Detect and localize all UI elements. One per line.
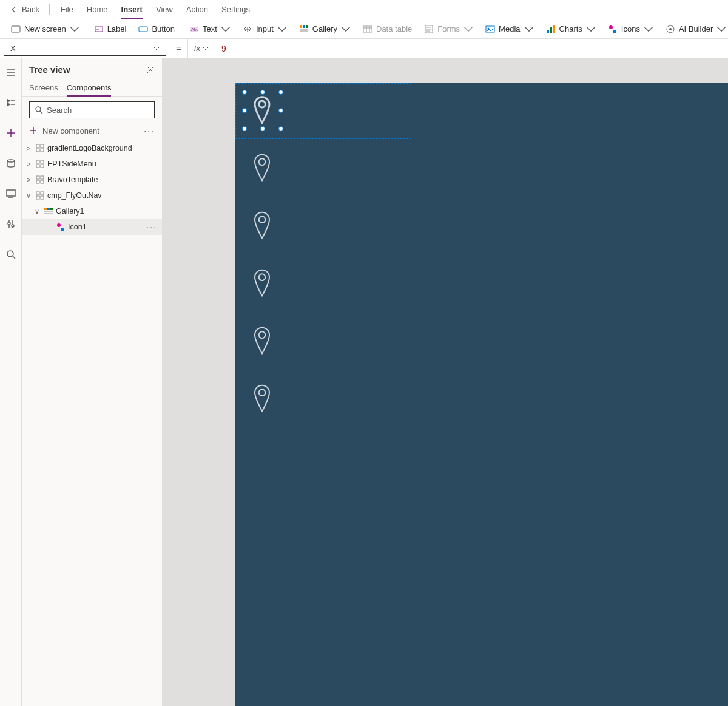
ribbon-new-screen[interactable]: New screen xyxy=(5,19,86,38)
left-rail xyxy=(0,58,22,706)
component-icon xyxy=(35,175,45,185)
menu-action[interactable]: Action xyxy=(180,0,214,19)
svg-rect-43 xyxy=(44,208,47,210)
resize-handle[interactable] xyxy=(278,108,283,113)
ribbon-text[interactable]: Abc Text xyxy=(183,19,237,38)
label-icon xyxy=(94,24,104,34)
location-pin-icon[interactable] xyxy=(252,95,272,124)
ribbon-ai-builder[interactable]: AI Builder xyxy=(659,19,728,38)
svg-rect-8 xyxy=(300,29,308,30)
svg-rect-14 xyxy=(547,30,549,33)
svg-rect-18 xyxy=(613,30,616,33)
close-icon[interactable] xyxy=(146,66,155,74)
media-icon xyxy=(485,24,495,34)
component-icon xyxy=(35,143,45,153)
rail-tree-view[interactable] xyxy=(0,92,22,113)
svg-rect-49 xyxy=(61,228,64,231)
resize-handle[interactable] xyxy=(242,126,247,131)
svg-rect-29 xyxy=(36,149,39,152)
ribbon-forms[interactable]: Forms xyxy=(418,19,479,38)
ribbon-toolbar: New screen Label Button Abc Text Input G… xyxy=(0,19,728,39)
menu-home[interactable]: Home xyxy=(81,0,114,19)
rail-hamburger[interactable] xyxy=(0,62,22,83)
rail-search[interactable] xyxy=(0,244,22,265)
tree-item-gradientLogoBackground[interactable]: > gradientLogoBackground xyxy=(22,140,162,156)
svg-rect-40 xyxy=(41,192,44,195)
property-selector[interactable]: X xyxy=(4,41,166,56)
main-area: Tree view Screens Components Search New … xyxy=(0,58,728,706)
svg-rect-38 xyxy=(41,180,44,183)
location-pin-icon[interactable] xyxy=(252,211,272,240)
tab-components[interactable]: Components xyxy=(67,80,112,96)
svg-rect-7 xyxy=(306,25,308,28)
tree-item-more-button[interactable]: ··· xyxy=(146,222,157,232)
resize-handle[interactable] xyxy=(260,90,265,95)
chevron-down-icon xyxy=(70,24,79,34)
tree-item-BravoTemplate[interactable]: > BravoTemplate xyxy=(22,172,162,188)
formula-input[interactable]: 9 xyxy=(215,39,728,58)
menu-insert[interactable]: Insert xyxy=(115,0,149,19)
chevron-down-icon xyxy=(524,24,534,34)
expand-icon[interactable]: > xyxy=(24,160,33,168)
new-component-button[interactable]: New component xyxy=(29,126,99,135)
location-pin-icon[interactable] xyxy=(252,326,272,355)
more-menu-button[interactable]: ··· xyxy=(144,126,155,135)
resize-handle[interactable] xyxy=(260,126,265,131)
menu-view[interactable]: View xyxy=(150,0,179,19)
button-icon xyxy=(138,24,148,34)
component-icon xyxy=(35,159,45,169)
canvas-area[interactable] xyxy=(163,58,728,706)
chevron-down-icon xyxy=(153,46,160,52)
svg-point-24 xyxy=(12,225,14,227)
tab-screens[interactable]: Screens xyxy=(29,80,58,96)
resize-handle[interactable] xyxy=(278,126,283,131)
rail-data[interactable] xyxy=(0,153,22,174)
svg-rect-6 xyxy=(303,25,305,28)
menu-divider xyxy=(49,4,50,15)
canvas-component-surface[interactable] xyxy=(235,83,728,706)
ribbon-icons[interactable]: Icons xyxy=(602,19,659,38)
location-pin-icon[interactable] xyxy=(252,384,272,413)
gallery-icon xyxy=(44,206,53,216)
svg-rect-32 xyxy=(41,160,44,163)
rail-media[interactable] xyxy=(0,183,22,204)
collapse-icon[interactable]: ∨ xyxy=(33,208,41,216)
rail-advanced[interactable] xyxy=(0,214,22,234)
svg-rect-5 xyxy=(300,25,302,28)
tree-item-Icon1[interactable]: Icon1 ··· xyxy=(22,219,162,235)
rail-insert[interactable] xyxy=(0,123,22,143)
fx-button[interactable]: fx xyxy=(187,39,215,58)
menu-settings[interactable]: Settings xyxy=(215,0,256,19)
resize-handle[interactable] xyxy=(242,108,247,113)
svg-rect-36 xyxy=(41,176,44,179)
svg-rect-33 xyxy=(36,165,39,168)
back-button[interactable]: Back xyxy=(5,0,44,19)
svg-rect-42 xyxy=(41,196,44,199)
ribbon-button[interactable]: Button xyxy=(132,19,181,38)
expand-icon[interactable]: > xyxy=(24,144,33,152)
location-pin-icon[interactable] xyxy=(252,153,272,182)
collapse-icon[interactable]: ∨ xyxy=(24,192,33,200)
resize-handle[interactable] xyxy=(242,90,247,95)
ribbon-data-table[interactable]: Data table xyxy=(357,19,418,38)
ribbon-input[interactable]: Input xyxy=(237,19,293,38)
tree-search-input[interactable]: Search xyxy=(29,101,155,118)
location-pin-icon[interactable] xyxy=(252,268,272,297)
tree-item-EPTSideMenu[interactable]: > EPTSideMenu xyxy=(22,156,162,172)
tree-item-Gallery1[interactable]: ∨ Gallery1 xyxy=(22,203,162,219)
ribbon-label[interactable]: Label xyxy=(88,19,133,38)
svg-point-50 xyxy=(259,101,266,107)
resize-handle[interactable] xyxy=(278,90,283,95)
svg-rect-0 xyxy=(12,26,20,32)
new-screen-icon xyxy=(11,24,21,34)
ribbon-media[interactable]: Media xyxy=(479,19,539,38)
expand-icon[interactable]: > xyxy=(24,176,33,183)
svg-rect-22 xyxy=(7,190,15,196)
tree-item-cmp_FlyOutNav[interactable]: ∨ cmp_FlyOutNav xyxy=(22,188,162,203)
svg-point-26 xyxy=(36,107,41,112)
ribbon-charts[interactable]: Charts xyxy=(540,19,602,38)
chevron-down-icon xyxy=(203,46,209,52)
input-icon xyxy=(243,24,252,34)
menu-file[interactable]: File xyxy=(55,0,79,19)
ribbon-gallery[interactable]: Gallery xyxy=(293,19,357,38)
